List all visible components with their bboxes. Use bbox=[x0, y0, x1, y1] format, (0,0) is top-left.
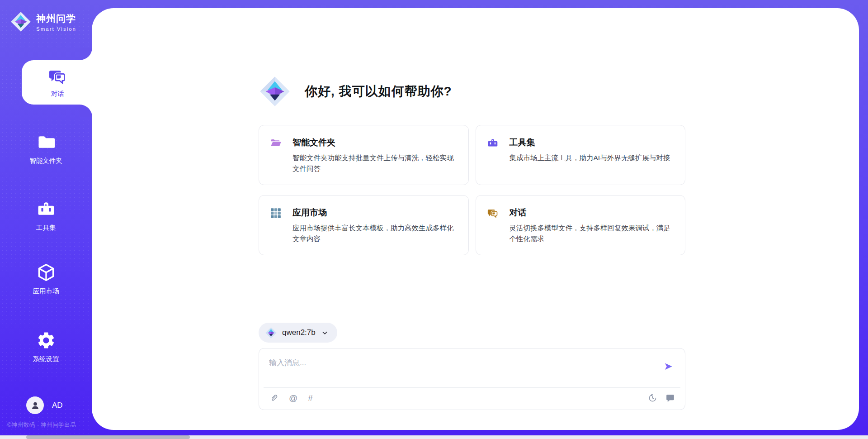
folder-open-icon bbox=[270, 137, 282, 149]
app-window: 神州问学 Smart Vision 对话 智能文件夹 bbox=[0, 0, 868, 439]
card-description: 应用市场提供丰富长文本模板，助力高效生成多样化文章内容 bbox=[292, 223, 456, 245]
hash-icon[interactable]: # bbox=[308, 393, 313, 403]
chevron-down-icon bbox=[321, 329, 328, 336]
sidebar-item-label: 系统设置 bbox=[33, 355, 59, 363]
active-tab-fillet-top bbox=[80, 48, 92, 60]
model-selector[interactable]: qwen2:7b bbox=[259, 323, 337, 343]
brand-logo-icon bbox=[10, 11, 32, 33]
paperclip-icon[interactable] bbox=[269, 393, 278, 403]
brand-subtitle: Smart Vision bbox=[36, 26, 76, 32]
message-composer: ➤ @ # bbox=[259, 348, 685, 410]
composer-tools-right bbox=[648, 393, 675, 403]
message-input[interactable] bbox=[269, 355, 658, 371]
horizontal-scrollbar-track[interactable] bbox=[0, 435, 868, 439]
active-tab-fillet-bottom bbox=[80, 105, 92, 117]
greeting-text: 你好, 我可以如何帮助你? bbox=[305, 83, 452, 100]
toolbox-icon bbox=[36, 199, 56, 219]
gear-icon bbox=[36, 330, 56, 350]
brand: 神州问学 Smart Vision bbox=[10, 11, 76, 33]
brand-name: 神州问学 bbox=[36, 12, 76, 25]
feature-card-app-market[interactable]: 应用市场 应用市场提供丰富长文本模板，助力高效生成多样化文章内容 bbox=[259, 195, 469, 255]
sidebar-item-settings[interactable]: 系统设置 bbox=[0, 330, 92, 363]
chat-bubbles-icon bbox=[48, 67, 67, 86]
feature-card-smart-folder[interactable]: 智能文件夹 智能文件夹功能支持批量文件上传与清洗，轻松实现文件问答 bbox=[259, 125, 469, 185]
folder-icon bbox=[36, 132, 56, 152]
comment-icon[interactable] bbox=[665, 393, 675, 403]
sidebar-item-smart-folder[interactable]: 智能文件夹 bbox=[0, 132, 92, 165]
feature-card-toolset[interactable]: 工具集 集成市场上主流工具，助力AI与外界无缝扩展与对接 bbox=[476, 125, 686, 185]
sidebar-item-chat[interactable]: 对话 bbox=[22, 60, 93, 105]
composer-divider bbox=[264, 387, 680, 388]
model-logo-icon bbox=[265, 327, 277, 339]
cube-icon bbox=[36, 262, 56, 282]
model-name: qwen2:7b bbox=[282, 328, 316, 337]
send-button[interactable]: ➤ bbox=[661, 359, 675, 373]
card-description: 灵活切换多模型文件，支持多样回复效果调试，满足个性化需求 bbox=[509, 223, 673, 245]
card-description: 集成市场上主流工具，助力AI与外界无缝扩展与对接 bbox=[509, 153, 670, 163]
history-icon[interactable] bbox=[648, 393, 657, 403]
toolbox-icon bbox=[487, 137, 499, 149]
assistant-logo-icon bbox=[259, 75, 291, 108]
person-icon bbox=[30, 401, 40, 410]
user-name: AD bbox=[52, 401, 63, 410]
feature-card-chat[interactable]: 对话 灵活切换多模型文件，支持多样回复效果调试，满足个性化需求 bbox=[476, 195, 686, 255]
composer-tools-left: @ # bbox=[269, 393, 313, 403]
card-title: 智能文件夹 bbox=[292, 137, 456, 148]
sidebar-item-label: 智能文件夹 bbox=[29, 157, 62, 165]
sidebar-item-label: 应用市场 bbox=[33, 287, 59, 296]
avatar bbox=[26, 396, 44, 414]
feature-cards: 智能文件夹 智能文件夹功能支持批量文件上传与清洗，轻松实现文件问答 bbox=[259, 125, 685, 255]
sidebar-item-app-market[interactable]: 应用市场 bbox=[0, 262, 92, 296]
chat-bubbles-icon bbox=[487, 207, 499, 219]
card-title: 应用市场 bbox=[292, 207, 456, 219]
apps-grid-icon bbox=[270, 207, 282, 219]
horizontal-scrollbar-thumb[interactable] bbox=[26, 435, 190, 439]
sidebar-item-label: 对话 bbox=[51, 90, 64, 98]
card-title: 对话 bbox=[509, 207, 673, 219]
card-title: 工具集 bbox=[509, 137, 670, 148]
sidebar-item-toolset[interactable]: 工具集 bbox=[0, 199, 92, 232]
card-description: 智能文件夹功能支持批量文件上传与清洗，轻松实现文件问答 bbox=[292, 153, 456, 175]
sidebar-item-label: 工具集 bbox=[36, 224, 56, 232]
hero: 你好, 我可以如何帮助你? bbox=[259, 75, 452, 108]
user-profile[interactable]: AD bbox=[26, 396, 63, 414]
at-icon[interactable]: @ bbox=[289, 393, 297, 403]
copyright-footer: ©神州数码 · 神州问学出品 bbox=[7, 421, 76, 429]
